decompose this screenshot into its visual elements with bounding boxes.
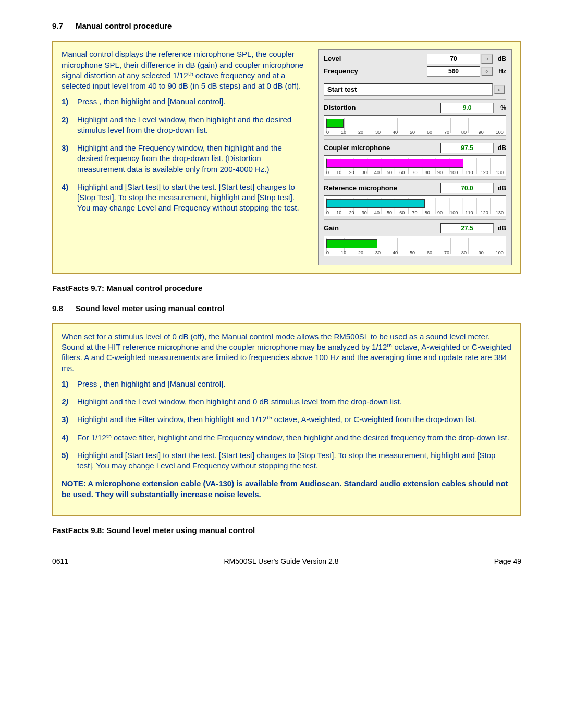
- footer-center: RM500SL User's Guide Version 2.8: [224, 557, 338, 566]
- section-title: Manual control procedure: [76, 21, 172, 30]
- distortion-fill: [326, 119, 344, 128]
- section-number: 9.7: [52, 21, 63, 30]
- note-9-8: NOTE: A microphone extension cable (VA-1…: [62, 478, 512, 500]
- steps-9-7: Press , then highlight and [Manual contr…: [62, 96, 309, 213]
- level-unit: dB: [495, 55, 506, 63]
- intro-9-7: Manual control displays the reference mi…: [62, 49, 309, 91]
- reference-fill: [326, 199, 425, 208]
- coupler-unit: dB: [495, 144, 506, 152]
- level-knob-icon[interactable]: [481, 54, 493, 64]
- reference-unit: dB: [495, 184, 506, 192]
- section-number-2: 9.8: [52, 304, 63, 313]
- coupler-ticks: 0102030405060708090100110120130: [324, 169, 506, 176]
- reference-bar: 0102030405060708090100110120130: [324, 195, 506, 216]
- intro-9-8: When set for a stimulus level of 0 dB (o…: [62, 331, 512, 374]
- manual-control-screenshot: Level 70 dB Frequency 560 Hz Start test: [318, 49, 512, 265]
- gain-value: 27.5: [440, 223, 494, 233]
- start-test-button[interactable]: Start test: [324, 83, 493, 96]
- distortion-bar: 0102030405060708090100: [324, 115, 506, 136]
- frequency-label: Frequency: [324, 67, 427, 76]
- section-title-2: Sound level meter using manual control: [76, 304, 224, 313]
- distortion-label: Distortion: [324, 103, 440, 113]
- level-value[interactable]: 70: [427, 54, 480, 64]
- reference-label: Reference microphone: [324, 183, 440, 193]
- step-9-7-2: Highlight and the Level window, then hig…: [73, 115, 309, 136]
- coupler-bar: 0102030405060708090100110120130: [324, 155, 506, 176]
- reference-value: 70.0: [440, 183, 494, 193]
- reference-ticks: 0102030405060708090100110120130: [324, 209, 506, 216]
- coupler-label: Coupler microphone: [324, 143, 440, 153]
- distortion-value: 9.0: [440, 103, 494, 113]
- page-footer: 0611 RM500SL User's Guide Version 2.8 Pa…: [52, 557, 521, 566]
- footer-right: Page 49: [494, 557, 521, 566]
- step-9-8-3: Highlight and the Filter window, then hi…: [73, 414, 512, 425]
- panel-9-7: Manual control displays the reference mi…: [52, 41, 521, 274]
- coupler-fill: [326, 159, 463, 168]
- distortion-ticks: 0102030405060708090100: [324, 129, 506, 135]
- steps-9-8: Press , then highlight and [Manual contr…: [62, 379, 512, 472]
- gain-ticks: 0102030405060708090100: [324, 250, 506, 256]
- step-9-8-2: Highlight and the Level window, then hig…: [73, 397, 512, 407]
- frequency-unit: Hz: [495, 67, 506, 76]
- section-9-7-heading: 9.7 Manual control procedure: [52, 21, 521, 31]
- step-9-7-4: Highlight and [Start test] to start the …: [73, 182, 309, 214]
- fastfacts-9-8: FastFacts 9.8: Sound level meter using m…: [52, 525, 521, 536]
- level-row: Level 70 dB: [324, 54, 506, 64]
- section-9-8-heading: 9.8 Sound level meter using manual contr…: [52, 303, 521, 314]
- step-9-7-1: Press , then highlight and [Manual contr…: [73, 96, 309, 107]
- distortion-unit: %: [495, 104, 506, 112]
- fastfacts-9-7: FastFacts 9.7: Manual control procedure: [52, 283, 521, 293]
- gain-bar: 0102030405060708090100: [324, 236, 506, 256]
- step-9-8-5: Highlight and [Start test] to start the …: [73, 450, 512, 472]
- footer-left: 0611: [52, 557, 68, 566]
- gain-label: Gain: [324, 224, 440, 233]
- gain-fill: [326, 239, 377, 248]
- frequency-knob-icon[interactable]: [481, 67, 493, 76]
- level-label: Level: [324, 54, 427, 64]
- step-9-7-3: Highlight and the Frequency window, then…: [73, 143, 309, 175]
- start-test-row: Start test: [324, 83, 506, 96]
- step-9-8-4: For 1/12ᵗʰ octave filter, highlight and …: [73, 433, 512, 443]
- panel-9-8: When set for a stimulus level of 0 dB (o…: [52, 323, 521, 516]
- start-knob-icon[interactable]: [494, 85, 505, 94]
- frequency-row: Frequency 560 Hz: [324, 66, 506, 77]
- gain-unit: dB: [495, 224, 506, 232]
- coupler-value: 97.5: [440, 143, 494, 153]
- frequency-value[interactable]: 560: [427, 66, 480, 77]
- step-9-8-1: Press , then highlight and [Manual contr…: [73, 379, 512, 389]
